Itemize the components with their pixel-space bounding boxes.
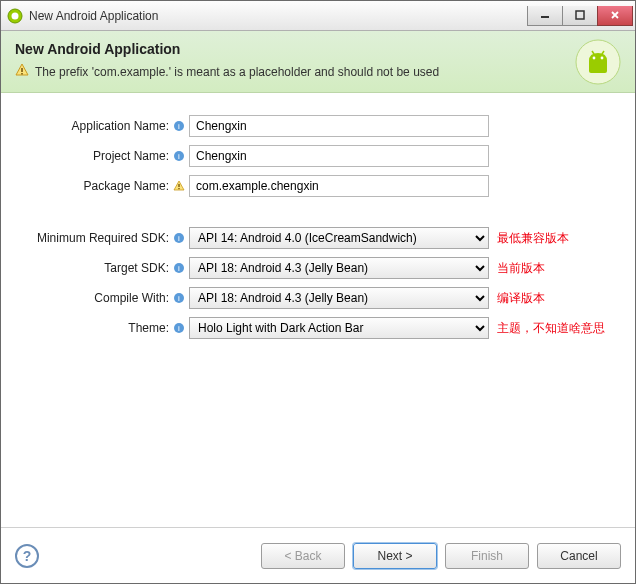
window-title: New Android Application — [29, 9, 528, 23]
label-target-sdk: Target SDK: — [13, 261, 171, 275]
warning-text: The prefix 'com.example.' is meant as a … — [35, 65, 439, 79]
label-app-name: Application Name: — [13, 119, 171, 133]
app-icon — [7, 8, 23, 24]
warning-icon — [15, 63, 29, 80]
svg-rect-4 — [21, 68, 23, 72]
form-area: Application Name: i Project Name: i Pack… — [1, 93, 635, 527]
next-button[interactable]: Next > — [353, 543, 437, 569]
svg-rect-2 — [541, 16, 549, 18]
wizard-header: New Android Application The prefix 'com.… — [1, 31, 635, 93]
info-icon[interactable]: i — [173, 322, 185, 334]
label-theme: Theme: — [13, 321, 171, 335]
info-icon[interactable]: i — [173, 150, 185, 162]
svg-text:i: i — [178, 152, 180, 161]
warning-icon[interactable] — [173, 180, 185, 192]
minimize-button[interactable] — [527, 6, 563, 26]
warning-message: The prefix 'com.example.' is meant as a … — [15, 63, 621, 80]
row-theme: Theme: i Holo Light with Dark Action Bar… — [13, 313, 623, 343]
svg-rect-16 — [178, 188, 179, 189]
row-project-name: Project Name: i — [13, 141, 623, 171]
android-logo-icon — [575, 39, 621, 85]
compile-with-select[interactable]: API 18: Android 4.3 (Jelly Bean) — [189, 287, 489, 309]
info-icon[interactable]: i — [173, 120, 185, 132]
svg-text:i: i — [178, 234, 180, 243]
close-button[interactable] — [597, 6, 633, 26]
svg-rect-5 — [21, 73, 23, 75]
project-name-input[interactable] — [189, 145, 489, 167]
svg-point-8 — [601, 57, 604, 60]
label-package-name: Package Name: — [13, 179, 171, 193]
row-min-sdk: Minimum Required SDK: i API 14: Android … — [13, 223, 623, 253]
annotation-target-sdk: 当前版本 — [497, 260, 545, 277]
finish-button[interactable]: Finish — [445, 543, 529, 569]
window-buttons — [528, 6, 633, 26]
annotation-min-sdk: 最低兼容版本 — [497, 230, 569, 247]
info-icon[interactable]: i — [173, 232, 185, 244]
button-bar: ? < Back Next > Finish Cancel — [1, 527, 635, 583]
row-compile-with: Compile With: i API 18: Android 4.3 (Jel… — [13, 283, 623, 313]
page-title: New Android Application — [15, 41, 621, 57]
titlebar: New Android Application — [1, 1, 635, 31]
annotation-compile-with: 编译版本 — [497, 290, 545, 307]
info-icon[interactable]: i — [173, 262, 185, 274]
theme-select[interactable]: Holo Light with Dark Action Bar — [189, 317, 489, 339]
info-icon[interactable]: i — [173, 292, 185, 304]
row-package-name: Package Name: — [13, 171, 623, 201]
help-button[interactable]: ? — [15, 544, 39, 568]
svg-text:i: i — [178, 122, 180, 131]
target-sdk-select[interactable]: API 18: Android 4.3 (Jelly Bean) — [189, 257, 489, 279]
svg-text:i: i — [178, 294, 180, 303]
svg-point-7 — [593, 57, 596, 60]
svg-rect-3 — [576, 11, 584, 19]
svg-rect-15 — [178, 184, 179, 187]
package-name-input[interactable] — [189, 175, 489, 197]
back-button[interactable]: < Back — [261, 543, 345, 569]
min-sdk-select[interactable]: API 14: Android 4.0 (IceCreamSandwich) — [189, 227, 489, 249]
row-app-name: Application Name: i — [13, 111, 623, 141]
maximize-button[interactable] — [562, 6, 598, 26]
label-min-sdk: Minimum Required SDK: — [13, 231, 171, 245]
svg-point-1 — [12, 12, 19, 19]
application-name-input[interactable] — [189, 115, 489, 137]
cancel-button[interactable]: Cancel — [537, 543, 621, 569]
annotation-theme: 主题，不知道啥意思 — [497, 320, 605, 337]
svg-text:i: i — [178, 324, 180, 333]
label-project-name: Project Name: — [13, 149, 171, 163]
row-target-sdk: Target SDK: i API 18: Android 4.3 (Jelly… — [13, 253, 623, 283]
label-compile-with: Compile With: — [13, 291, 171, 305]
dialog-window: New Android Application New Android Appl… — [0, 0, 636, 584]
svg-text:i: i — [178, 264, 180, 273]
